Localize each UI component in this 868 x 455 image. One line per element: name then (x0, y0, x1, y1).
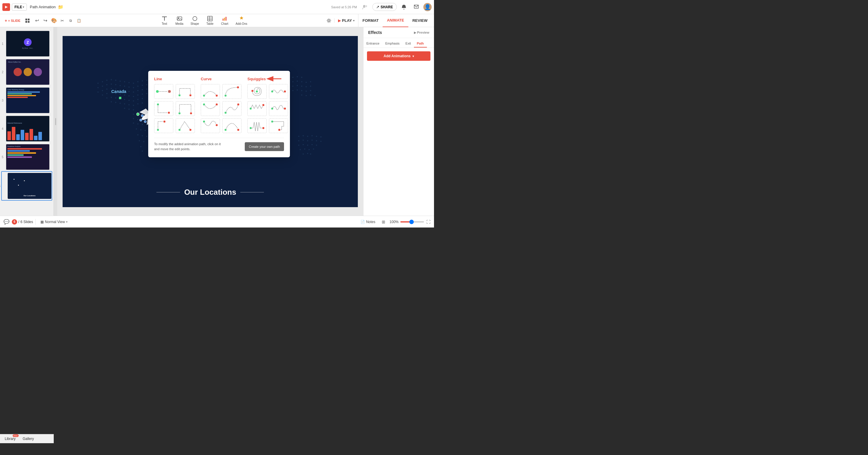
svg-point-284 (309, 149, 310, 150)
anim-line-custom2[interactable] (176, 118, 195, 133)
presentation-title[interactable]: Path Animation (30, 5, 56, 9)
notifications-icon[interactable] (400, 3, 408, 11)
slide-item-5[interactable]: 5 Roadshow Analytics (0, 143, 54, 171)
share-button[interactable]: ↗ SHARE (372, 3, 397, 11)
user-avatar[interactable]: 👤 (423, 3, 432, 11)
normal-view-btn[interactable]: ▦ Normal View ▾ (38, 219, 70, 225)
slide-item-1[interactable]: 1 Z Zylker Inc. (0, 30, 54, 58)
folder-icon: 📁 (58, 4, 63, 10)
comments-icon[interactable]: 💬 (4, 219, 9, 225)
anim-line-custom1[interactable] (154, 118, 173, 133)
svg-point-305 (189, 94, 192, 96)
svg-point-273 (307, 140, 308, 141)
scissors-btn[interactable]: ✂ (58, 17, 66, 25)
shape-tool-btn[interactable]: Shape (187, 14, 203, 27)
settings-icon[interactable] (325, 17, 333, 25)
fullscreen-icon[interactable]: ⛶ (426, 220, 430, 224)
entrance-tab[interactable]: Entrance (364, 40, 382, 47)
add-animations-button[interactable]: Add Animations ▾ (367, 51, 430, 61)
slide-item-6[interactable]: 6 Our Locations → (1, 171, 52, 201)
collapse-handle[interactable] (54, 27, 57, 216)
anim-squig-drop[interactable] (269, 118, 288, 133)
svg-point-215 (301, 81, 302, 82)
file-button[interactable]: FILE ▾ (12, 4, 27, 11)
zoom-slider[interactable] (400, 221, 424, 223)
slide-item-3[interactable]: 3 Zylker Marketing Strategy (0, 86, 54, 115)
anim-squig-pulse[interactable] (247, 118, 267, 133)
svg-point-325 (237, 129, 240, 131)
anim-squig-custom[interactable] (269, 101, 288, 116)
svg-point-280 (311, 144, 313, 145)
svg-point-319 (216, 103, 218, 106)
anim-squig-zigzag[interactable] (247, 101, 267, 116)
slide-item-4[interactable]: 4 Adwords Performance (0, 115, 54, 143)
svg-point-262 (306, 95, 307, 96)
anim-line-square[interactable] (176, 84, 195, 99)
format-tab[interactable]: FORMAT (358, 14, 383, 27)
anim-curve-s[interactable] (222, 101, 242, 116)
anim-curve-bounce[interactable] (201, 118, 220, 133)
anim-line-lr[interactable] (154, 84, 173, 99)
svg-point-93 (133, 113, 134, 115)
svg-point-66 (124, 94, 125, 96)
svg-point-270 (320, 136, 321, 137)
svg-rect-4 (25, 21, 27, 23)
svg-point-57 (142, 89, 143, 90)
svg-point-281 (316, 144, 317, 146)
svg-point-37 (115, 84, 116, 85)
svg-point-98 (133, 118, 134, 119)
anim-line-down[interactable] (154, 101, 173, 116)
grid-view-btn[interactable] (23, 17, 32, 25)
view-chevron-icon: ▾ (66, 220, 68, 223)
svg-point-118 (142, 151, 143, 152)
play-button[interactable]: ▶ PLAY ▾ (334, 18, 358, 23)
copy-btn[interactable]: ⧉ (66, 17, 75, 25)
redo-btn[interactable]: ↪ (41, 17, 49, 25)
review-tab[interactable]: REVIEW (408, 14, 432, 27)
saved-status: Saved at 5:26 PM (331, 5, 357, 9)
slide-add-btn[interactable]: + + SLIDE (2, 17, 23, 24)
table-tool-btn[interactable]: Table (203, 14, 217, 27)
text-tool-btn[interactable]: Text (157, 14, 172, 27)
undo-btn[interactable]: ↩ (33, 17, 41, 25)
messages-icon[interactable] (412, 3, 421, 11)
curve-section-title: Curve (201, 77, 242, 81)
anim-squig-spiral[interactable] (247, 84, 267, 99)
anim-curve-turn[interactable] (222, 84, 242, 99)
media-tool-btn[interactable]: Media (172, 14, 187, 27)
svg-point-327 (256, 90, 258, 93)
animate-tab[interactable]: ANIMATE (383, 14, 408, 27)
anim-curve-downarc[interactable] (201, 101, 220, 116)
svg-point-266 (303, 135, 304, 136)
emphasis-tab[interactable]: Emphasis (382, 40, 402, 47)
create-own-path-button[interactable]: Create your own path (245, 142, 284, 151)
svg-point-298 (136, 113, 140, 116)
anim-curve-arc[interactable] (201, 84, 220, 99)
chart-tool-btn[interactable]: Chart (217, 14, 232, 27)
anim-line-corner[interactable] (176, 101, 195, 116)
addons-tool-btn[interactable]: Add-Ons (232, 14, 251, 27)
svg-rect-11 (208, 16, 212, 21)
svg-rect-2 (25, 19, 27, 20)
anim-squig-wave[interactable] (269, 84, 288, 99)
svg-point-248 (301, 90, 302, 91)
paste-btn[interactable]: 📋 (75, 17, 83, 25)
anim-curve-loop[interactable] (222, 118, 242, 133)
notes-btn[interactable]: 📄 Notes (361, 220, 375, 224)
collaborators-icon[interactable] (361, 3, 369, 11)
paintbucket-btn[interactable]: 🎨 (50, 17, 58, 25)
preview-link[interactable]: ▶ Preview (414, 31, 429, 34)
svg-point-35 (106, 84, 107, 85)
slide-item-2[interactable]: 2 About Zylker Inc. (0, 58, 54, 86)
svg-point-61 (102, 94, 103, 96)
svg-point-82 (111, 101, 112, 102)
svg-point-326 (251, 90, 254, 92)
effects-panel-header: Effects ▶ Preview (364, 27, 434, 38)
grid-layout-icon[interactable]: ⊞ (380, 218, 387, 225)
svg-rect-15 (223, 19, 223, 21)
exit-tab[interactable]: Exit (402, 40, 414, 47)
svg-point-90 (124, 108, 125, 109)
plus-icon: + (5, 18, 7, 23)
path-tab[interactable]: Path (414, 40, 427, 47)
canvas-area[interactable]: Canada Finland Brazil (57, 27, 363, 216)
